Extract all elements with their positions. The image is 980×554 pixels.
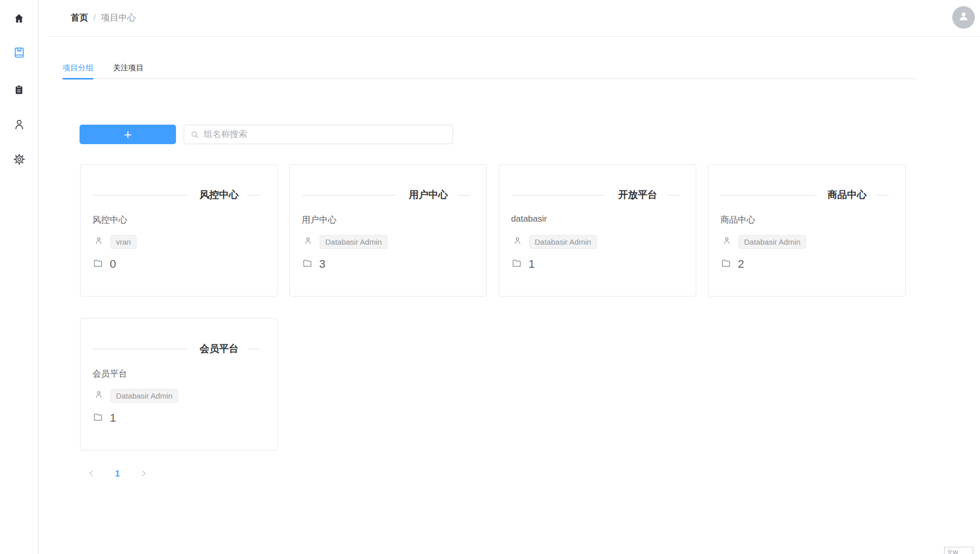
group-description: databasir: [511, 214, 547, 224]
tab-label: 关注项目: [113, 63, 144, 72]
clipboard-icon: [13, 84, 25, 95]
owner-name: Databasir Admin: [535, 238, 591, 246]
folder-icon: [92, 258, 104, 270]
group-owner-row: Databasir Admin: [722, 235, 806, 248]
project-count: 0: [110, 258, 116, 271]
add-group-button[interactable]: +: [80, 125, 176, 144]
user-icon: [513, 235, 522, 248]
project-count-row: 3: [302, 258, 325, 271]
folder-icon: [92, 412, 104, 424]
breadcrumb-current: 项目中心: [101, 12, 136, 24]
group-card[interactable]: 风控中心 风控中心 vran 0: [80, 164, 278, 296]
group-description: 风控中心: [92, 214, 127, 226]
card-title-divider: 商品中心: [721, 188, 889, 202]
owner-name: Databasir Admin: [744, 238, 800, 246]
sidebar-item-settings[interactable]: [0, 148, 38, 170]
prev-page-button[interactable]: [83, 467, 100, 481]
project-count: 1: [110, 411, 116, 425]
page-number-1[interactable]: 1: [109, 467, 126, 481]
search-icon: [190, 130, 199, 141]
owner-tag: vran: [110, 235, 136, 249]
user-icon: [94, 389, 103, 402]
group-owner-row: Databasir Admin: [304, 235, 387, 248]
project-count-row: 0: [92, 258, 116, 271]
group-owner-row: vran: [94, 235, 136, 248]
sidebar-item-users[interactable]: [0, 113, 38, 135]
group-card[interactable]: 会员平台 会员平台 Databasir Admin 1: [80, 318, 278, 450]
sidebar-item-documents[interactable]: [0, 78, 38, 101]
folder-icon: [302, 258, 313, 270]
user-avatar[interactable]: [952, 6, 975, 29]
group-card[interactable]: 开放平台 databasir Databasir Admin 1: [499, 164, 696, 296]
tab-bar: 项目分组关注项目: [63, 63, 917, 79]
header-divider: [49, 36, 980, 37]
project-count: 1: [528, 258, 535, 271]
group-title: 会员平台: [200, 342, 239, 355]
group-description: 用户中心: [302, 214, 337, 226]
owner-tag: Databasir Admin: [110, 389, 178, 403]
group-title: 风控中心: [200, 188, 239, 202]
owner-tag: Databasir Admin: [529, 235, 597, 249]
tab-project-groups[interactable]: 项目分组: [63, 63, 93, 80]
group-card[interactable]: 商品中心 商品中心 Databasir Admin 2: [708, 164, 906, 296]
notebook-icon: [13, 46, 26, 59]
user-icon: [13, 118, 26, 131]
group-description: 商品中心: [720, 214, 755, 226]
owner-tag: Databasir Admin: [320, 235, 387, 249]
user-avatar-icon: [957, 10, 970, 25]
card-title-divider: 风控中心: [93, 188, 261, 202]
project-count-row: 1: [511, 258, 535, 271]
group-card-grid: 风控中心 风控中心 vran 0 用: [80, 164, 917, 450]
group-description: 会员平台: [92, 368, 127, 380]
card-title-divider: 开放平台: [512, 188, 680, 202]
card-title-divider: 用户中心: [302, 188, 471, 202]
project-count: 2: [738, 258, 744, 271]
card-title-divider: 会员平台: [93, 342, 261, 356]
gear-icon: [13, 153, 26, 166]
group-card[interactable]: 用户中心 用户中心 Databasir Admin 3: [289, 164, 487, 296]
home-icon: [13, 13, 25, 24]
chevron-right-icon: [140, 470, 147, 479]
pagination: 1: [83, 467, 152, 481]
group-title: 用户中心: [409, 188, 448, 202]
group-title: 开放平台: [618, 188, 657, 202]
owner-name: vran: [116, 238, 131, 246]
group-owner-row: Databasir Admin: [513, 235, 597, 248]
owner-tag: Databasir Admin: [738, 235, 806, 249]
tab-label: 项目分组: [63, 63, 93, 72]
ime-overlay: 元W: [944, 547, 973, 554]
folder-icon: [720, 258, 732, 270]
breadcrumb-separator: /: [93, 13, 96, 23]
owner-name: Databasir Admin: [325, 238, 382, 246]
group-search-input[interactable]: [184, 125, 453, 144]
project-count-row: 2: [720, 258, 744, 271]
breadcrumb-home-link[interactable]: 首页: [71, 12, 88, 24]
next-page-button[interactable]: [135, 467, 152, 481]
user-icon: [94, 235, 103, 248]
chevron-left-icon: [88, 470, 95, 479]
project-count-row: 1: [92, 411, 116, 425]
tab-followed-projects[interactable]: 关注项目: [113, 63, 144, 80]
user-icon: [722, 235, 731, 248]
project-count: 3: [319, 258, 325, 271]
folder-icon: [511, 258, 522, 270]
breadcrumb: 首页 / 项目中心: [71, 12, 136, 24]
group-owner-row: Databasir Admin: [94, 389, 178, 402]
user-icon: [304, 235, 312, 248]
group-title: 商品中心: [828, 188, 867, 202]
group-search: [184, 125, 453, 144]
sidebar: [0, 0, 38, 554]
sidebar-item-home[interactable]: [0, 7, 38, 30]
owner-name: Databasir Admin: [116, 391, 172, 400]
sidebar-item-projects[interactable]: [0, 41, 38, 64]
